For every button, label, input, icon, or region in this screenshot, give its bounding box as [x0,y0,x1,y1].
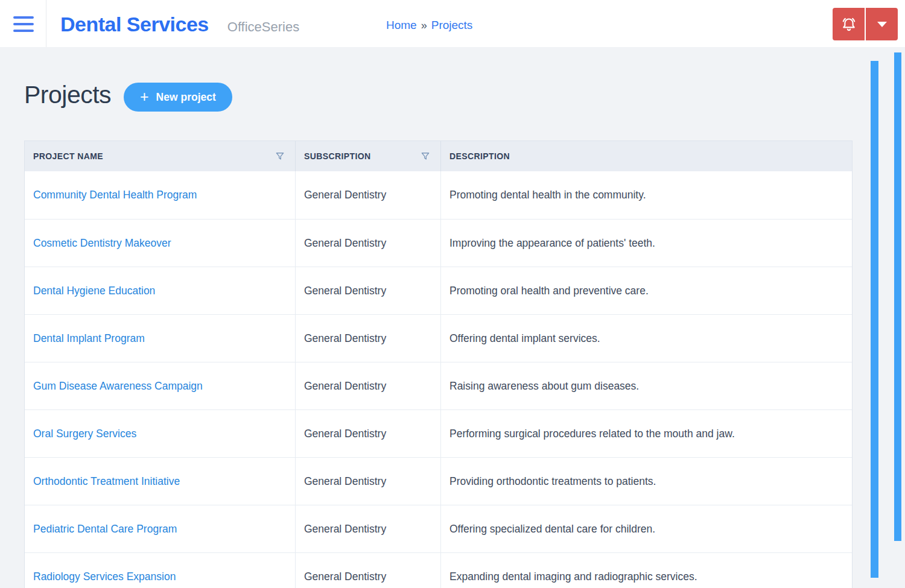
description-cell: Promoting dental health in the community… [441,171,852,219]
project-name-link[interactable]: Orthodontic Treatment Initiative [33,475,180,488]
subscription-cell: General Dentistry [296,267,441,314]
subscription-cell: General Dentistry [296,458,441,505]
table-row: Gum Disease Awareness Campaign General D… [25,362,852,409]
subscription-cell: General Dentistry [296,362,441,409]
table-row: Pediatric Dental Care Program General De… [25,505,852,552]
new-project-label: New project [156,91,216,104]
project-name-cell: Cosmetic Dentistry Makeover [25,220,296,267]
column-header-label: PROJECT NAME [33,151,103,161]
project-name-link[interactable]: Radiology Services Expansion [33,571,176,583]
column-header-description: DESCRIPTION [441,141,852,171]
notification-bell-icon [840,15,858,33]
project-name-link[interactable]: Community Dental Health Program [33,189,197,201]
header-divider [46,0,46,47]
table-row: Dental Hygiene Education General Dentist… [25,267,852,314]
project-name-cell: Pediatric Dental Care Program [25,505,296,552]
project-name-link[interactable]: Gum Disease Awareness Campaign [33,380,203,393]
description-cell: Improving the appearance of patients' te… [441,220,852,267]
projects-table: PROJECT NAME SUBSCRIPTION [24,141,853,588]
table-body: Community Dental Health Program General … [25,171,852,588]
plus-icon: + [140,89,149,104]
breadcrumb: Home » Projects [386,19,472,32]
project-name-cell: Community Dental Health Program [25,171,296,219]
description-cell: Performing surgical procedures related t… [441,410,852,457]
project-name-cell: Gum Disease Awareness Campaign [25,362,296,409]
header-actions [833,8,898,40]
notifications-button[interactable] [833,8,865,40]
description-cell: Offering dental implant services. [441,315,852,362]
subscription-cell: General Dentistry [296,553,441,588]
project-name-cell: Dental Hygiene Education [25,267,296,314]
subscription-cell: General Dentistry [296,505,441,552]
new-project-button[interactable]: + New project [124,83,232,112]
app-header: Dental Services OfficeSeries Home » Proj… [0,0,905,47]
project-name-cell: Dental Implant Program [25,315,296,362]
description-cell: Providing orthodontic treatments to pati… [441,458,852,505]
project-name-cell: Oral Surgery Services [25,410,296,457]
page-title: Projects [24,81,111,109]
subscription-filter-button[interactable] [420,151,431,162]
brand-title: Dental Services [60,12,209,36]
column-header-label: SUBSCRIPTION [304,151,371,161]
subscription-cell: General Dentistry [296,315,441,362]
filter-funnel-icon [275,151,285,162]
table-row: Dental Implant Program General Dentistry… [25,314,852,362]
project-name-link[interactable]: Oral Surgery Services [33,428,136,440]
app-window: Dental Services OfficeSeries Home » Proj… [0,0,905,588]
filter-funnel-icon [420,151,431,162]
table-row: Orthodontic Treatment Initiative General… [25,457,852,505]
description-cell: Promoting oral health and preventive car… [441,267,852,314]
brand-suite: OfficeSeries [227,19,299,35]
window-scrollbar[interactable] [894,52,901,541]
breadcrumb-home-link[interactable]: Home [386,19,417,32]
project-name-cell: Radiology Services Expansion [25,553,296,588]
subscription-cell: General Dentistry [296,171,441,219]
column-header-label: DESCRIPTION [449,151,510,161]
description-cell: Raising awareness about gum diseases. [441,362,852,409]
table-row: Cosmetic Dentistry Makeover General Dent… [25,219,852,267]
table-row: Radiology Services Expansion General Den… [25,552,852,588]
menu-icon[interactable] [13,15,35,33]
description-cell: Offering specialized dental care for chi… [441,505,852,552]
brand: Dental Services OfficeSeries [60,0,299,47]
breadcrumb-separator: » [421,19,427,32]
project-name-cell: Orthodontic Treatment Initiative [25,458,296,505]
table-header-row: PROJECT NAME SUBSCRIPTION [25,141,852,171]
column-header-subscription: SUBSCRIPTION [296,141,441,171]
table-row: Community Dental Health Program General … [25,171,852,219]
account-menu-button[interactable] [866,8,898,40]
description-cell: Expanding dental imaging and radiographi… [441,553,852,588]
breadcrumb-current-link[interactable]: Projects [431,19,473,32]
subscription-cell: General Dentistry [296,410,441,457]
project-name-link[interactable]: Dental Hygiene Education [33,285,155,297]
column-header-project-name: PROJECT NAME [25,141,296,171]
project-name-link[interactable]: Dental Implant Program [33,332,145,345]
content-scrollbar[interactable] [871,61,878,578]
project-name-link[interactable]: Pediatric Dental Care Program [33,523,177,536]
caret-down-icon [877,22,887,27]
project-name-filter-button[interactable] [275,151,285,162]
table-row: Oral Surgery Services General Dentistry … [25,409,852,457]
subscription-cell: General Dentistry [296,220,441,267]
project-name-link[interactable]: Cosmetic Dentistry Makeover [33,237,171,250]
